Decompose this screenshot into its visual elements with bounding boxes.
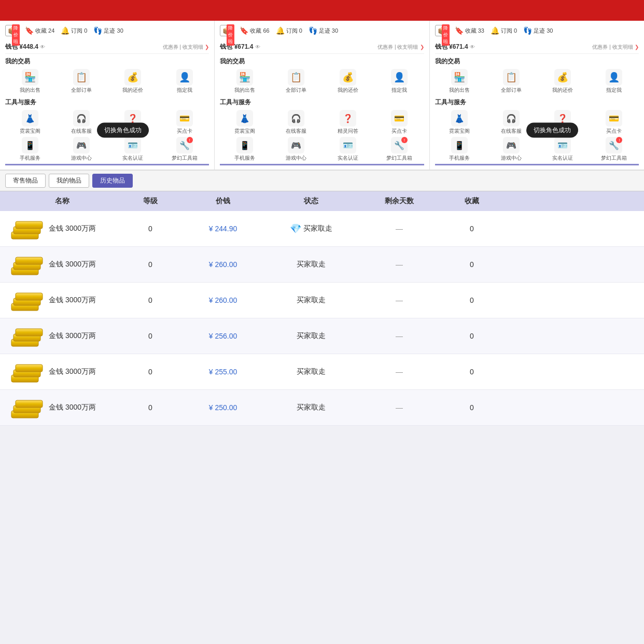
trade-item-0[interactable]: 🏪 我的出售 [435,69,484,94]
trade-item-2[interactable]: 💰 我的还价 [323,69,372,94]
switch-toast: 切换角色成功 [526,122,578,137]
tool-item-1[interactable]: 🎧 在线客服 [272,110,321,135]
tool-item-6[interactable]: 🪪 实名认证 [323,137,372,162]
tool-item-7[interactable]: 🔧 ! 梦幻工具箱 [590,137,639,162]
trade-item-2[interactable]: 💰 我的还价 [108,69,158,94]
panel-bottom-line [435,164,639,165]
trade-item-1[interactable]: 📋 全部订单 [486,69,536,94]
tool-item-6[interactable]: 🪪 实名认证 [108,137,158,162]
tool-label-7: 梦幻工具箱 [386,155,412,162]
tool-label-5: 游戏中心 [71,155,92,162]
tab-1[interactable]: 我的物品 [49,174,89,188]
tool-item-3[interactable]: 💳 买点卡 [374,110,424,135]
tool-item-0[interactable]: 👗 霓裳宝阁 [435,110,484,135]
wallet-right: 优惠券 | 收支明细 ❯ [592,43,639,51]
wallet-left: 钱包 ¥448.4 👁 [5,43,45,51]
tool-item-6[interactable]: 🪪 实名认证 [538,137,587,162]
zuji-label: 足迹 30 [534,27,553,35]
wallet-links: 优惠券 | 收支明细 [163,44,203,50]
tool-item-5[interactable]: 🎮 游戏中心 [272,137,321,162]
status-cell: 买家取走 [264,331,358,341]
status-text: 买家取走 [303,224,332,233]
trade-item-label-3: 指定我 [606,87,622,94]
tab-2[interactable]: 历史物品 [92,174,133,188]
tool-item-4[interactable]: 📱 手机服务 [435,137,484,162]
tool-item-7[interactable]: 🔧 ! 梦幻工具箱 [374,137,424,162]
item-name: 金钱 3000万两 [49,260,96,269]
status-text: 买家取走 [297,260,326,269]
item-remaining: — [358,403,441,412]
tool-icon-2: ❓ [340,110,356,127]
trade-item-0[interactable]: 🏪 我的出售 [5,69,54,94]
status-text: 买家取走 [297,367,326,376]
tool-icon-1: 🎧 [288,110,304,127]
dingyue-label: 订阅 0 [501,27,517,35]
tool-item-3[interactable]: 💳 买点卡 [160,110,209,135]
wallet-eye: 👁 [40,44,45,50]
item-name: 金钱 3000万两 [49,296,96,305]
tool-badge-7: ! [616,137,622,143]
badge-jia: 降价啦 [12,24,20,46]
item-remaining: — [358,296,441,304]
wallet-row: 钱包 ¥671.4 👁 优惠券 | 收支明细 ❯ [435,40,639,54]
trade-grid: 🏪 我的出售 📋 全部订单 💰 我的还价 👤 指定我 [5,69,209,94]
tool-item-0[interactable]: 👗 霓裳宝阁 [220,110,269,135]
tool-label-5: 游戏中心 [286,155,306,162]
trade-item-label-1: 全部订单 [286,87,306,94]
table-row: 金钱 3000万两 0 ¥ 260.00 买家取走 — 0 [0,247,644,283]
gold-icon [10,325,44,347]
tool-icon-3: 💳 [606,110,622,127]
tools-section: 工具与服务 👗 霓裳宝阁 🎧 [220,98,424,162]
tool-icon-0: 👗 [22,110,38,127]
trade-item-3[interactable]: 👤 指定我 [590,69,639,94]
wallet-arrow: ❯ [205,44,209,50]
dingyue-item: 🔔 订阅 0 [61,26,87,35]
table-row: 金钱 3000万两 0 ¥ 256.00 买家取走 — 0 [0,318,644,354]
svg-rect-5 [16,257,43,264]
tool-badge-7: ! [187,137,193,143]
item-price: ¥ 256.00 [181,332,264,340]
dingyue-icon: 🔔 [61,26,69,35]
trade-item-2[interactable]: 💰 我的还价 [538,69,587,94]
tool-label-2: 精灵问答 [338,128,358,135]
trade-icon-2: 💰 [124,69,141,86]
tool-item-4[interactable]: 📱 手机服务 [5,137,54,162]
gold-icon [10,289,44,312]
tool-item-5[interactable]: 🎮 游戏中心 [57,137,106,162]
tab-0[interactable]: 寄售物品 [5,174,46,188]
item-cell: 金钱 3000万两 [5,217,119,240]
zuji-icon: 👣 [93,26,102,35]
wallet-amount: ¥671.4 [449,43,468,50]
tool-item-4[interactable]: 📱 手机服务 [220,137,269,162]
table-row: 金钱 3000万两 0 ¥ 250.00 买家取走 — 0 [0,390,644,426]
trade-item-1[interactable]: 📋 全部订单 [272,69,321,94]
tool-item-2[interactable]: ❓ 精灵问答 [323,110,372,135]
status-cell: 💎 买家取走 [264,223,358,234]
trade-item-3[interactable]: 👤 指定我 [160,69,209,94]
col-header-2: 价钱 [181,197,264,206]
tool-label-3: 买点卡 [606,128,622,135]
trade-item-1[interactable]: 📋 全部订单 [57,69,106,94]
trade-icon-1: 📋 [288,69,304,86]
tools-section: 工具与服务 切换角色成功 👗 霓裳宝阁 🎧 [5,98,209,162]
trade-item-label-0: 我的出售 [449,87,470,94]
wallet-eye: 👁 [255,44,260,50]
tool-item-0[interactable]: 👗 霓裳宝阁 [5,110,54,135]
tool-item-5[interactable]: 🎮 游戏中心 [486,137,536,162]
trade-item-label-0: 我的出售 [20,87,40,94]
wallet-right: 优惠券 | 收支明细 ❯ [377,43,424,51]
tool-icon-0: 👗 [236,110,253,127]
item-remaining: — [358,225,441,233]
trade-item-3[interactable]: 👤 指定我 [374,69,424,94]
trade-icon-3: 👤 [391,69,408,86]
panel-1: 📦 降价啦 🔖 收藏 24 🔔 订阅 0 👣 足迹 30 钱包 ¥448.4 👁 [0,21,215,170]
item-cell: 金钱 3000万两 [5,396,119,419]
trade-icon-2: 💰 [340,69,356,86]
item-price: ¥ 260.00 [181,296,264,304]
tool-item-3[interactable]: 💳 买点卡 [590,110,639,135]
trade-item-0[interactable]: 🏪 我的出售 [220,69,269,94]
tab-bar: 寄售物品我的物品历史物品 [0,171,644,191]
item-level: 0 [119,332,181,340]
switch-toast: 切换角色成功 [97,122,149,137]
tool-item-7[interactable]: 🔧 ! 梦幻工具箱 [160,137,209,162]
